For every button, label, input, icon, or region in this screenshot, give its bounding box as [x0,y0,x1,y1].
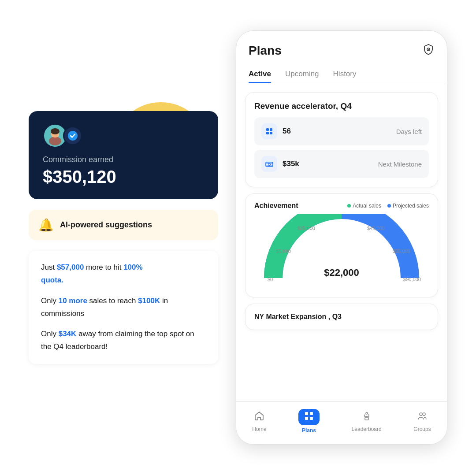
bell-icon: 🔔 [38,218,54,232]
commission-label: Commission earned [43,155,113,164]
commission-amount: $350,120 [43,167,116,187]
achievement-title: Achievement [254,202,298,210]
days-value: 56 [283,127,291,136]
nav-home[interactable]: Home [252,411,266,432]
svg-text:$25,000: $25,000 [298,226,315,231]
avatars [43,123,82,148]
svg-point-7 [428,49,429,50]
ai-suggestions-title: AI-powered suggestions [60,220,152,230]
stat-row-milestone: $35k Next Milestone [254,150,429,178]
svg-rect-8 [266,128,269,131]
groups-icon [417,411,428,424]
svg-point-4 [51,128,60,134]
verified-badge [63,126,82,145]
phone-content: Revenue accelerator, Q4 56 Days left [236,83,447,401]
suggestion-3: Only $34K away from claiming the top spo… [41,328,206,353]
gauge-container: $0 $5,000 $25,000 $45,000 $55,000 $90,00… [254,214,429,289]
svg-point-5 [68,131,78,141]
svg-point-30 [420,413,422,416]
tab-upcoming[interactable]: Upcoming [285,65,319,83]
svg-text:$55,000: $55,000 [393,249,410,254]
svg-text:$5,000: $5,000 [276,249,291,254]
phone-tabs: Active Upcoming History [236,58,447,83]
days-label: Days left [396,128,422,135]
highlight-amount-3: $34K [59,330,77,338]
phone-nav: Home Plans [236,401,447,444]
shield-icon[interactable] [422,43,435,58]
suggestion-2: Only 10 more sales to reach $100K in com… [41,295,206,320]
svg-text:$45,000: $45,000 [367,226,385,231]
svg-text:$90,000: $90,000 [403,277,421,282]
ny-card-title: NY Market Expansion , Q3 [254,313,429,321]
legend-projected: Projected sales [387,203,429,209]
milestone-label: Next Milestone [378,160,422,168]
svg-rect-9 [270,128,272,131]
svg-rect-10 [266,132,269,134]
highlight-amount-1: $57,000 [57,263,84,271]
milestone-value: $35k [283,160,299,168]
page-title: Plans [249,44,282,58]
home-icon [254,411,264,424]
plan-card: Revenue accelerator, Q4 56 Days left [245,92,438,187]
gauge-chart: $0 $5,000 $25,000 $45,000 $55,000 $90,00… [258,214,425,289]
svg-point-2 [49,137,61,145]
svg-rect-25 [310,412,313,415]
tab-history[interactable]: History [333,65,357,83]
left-panel: Commission earned $350,120 🔔 AI-powered … [29,111,218,364]
svg-text:$0: $0 [268,277,273,282]
ny-market-card: NY Market Expansion , Q3 [245,304,438,330]
svg-rect-12 [266,162,273,167]
svg-rect-28 [365,417,368,420]
svg-rect-26 [305,417,308,420]
svg-point-16 [292,228,391,289]
legend-actual: Actual sales [347,203,381,209]
highlight-percent: 100%quota. [41,263,143,284]
svg-text:$22,000: $22,000 [324,267,359,278]
grid-icon [261,123,277,139]
nav-groups[interactable]: Groups [413,411,431,432]
projected-dot [387,204,391,208]
svg-rect-24 [305,412,308,415]
nav-leaderboard-label: Leaderboard [352,426,382,432]
leaderboard-icon [361,411,372,424]
stat-row-days: 56 Days left [254,117,429,145]
achievement-section: Achievement Actual sales Projected sales [245,193,438,297]
achievement-header: Achievement Actual sales Projected sales [254,202,429,210]
plan-card-title: Revenue accelerator, Q4 [254,101,429,111]
suggestion-1: Just $57,000 more to hit 100%quota. [41,261,206,287]
svg-point-31 [423,413,425,416]
phone-header: Plans [236,31,447,58]
money-icon [261,156,277,172]
phone-frame: Plans Active Upcoming History Revenue ac… [236,30,447,445]
nav-leaderboard[interactable]: Leaderboard [352,411,382,432]
highlight-sales: 10 more [59,297,87,305]
main-container: Commission earned $350,120 🔔 AI-powered … [0,0,476,475]
svg-rect-11 [270,132,272,134]
chart-legend: Actual sales Projected sales [347,203,429,209]
plans-icon [298,409,320,425]
ai-suggestions-box: 🔔 AI-powered suggestions [29,210,218,240]
commission-card: Commission earned $350,120 [29,111,218,199]
nav-plans-label: Plans [302,427,316,434]
tab-active[interactable]: Active [249,65,271,83]
nav-groups-label: Groups [413,426,431,432]
nav-home-label: Home [252,426,266,432]
nav-plans[interactable]: Plans [298,409,320,434]
highlight-amount-2: $100K [138,297,160,305]
svg-rect-27 [310,417,313,420]
suggestions-text: Just $57,000 more to hit 100%quota. Only… [29,251,218,364]
actual-dot [347,204,351,208]
